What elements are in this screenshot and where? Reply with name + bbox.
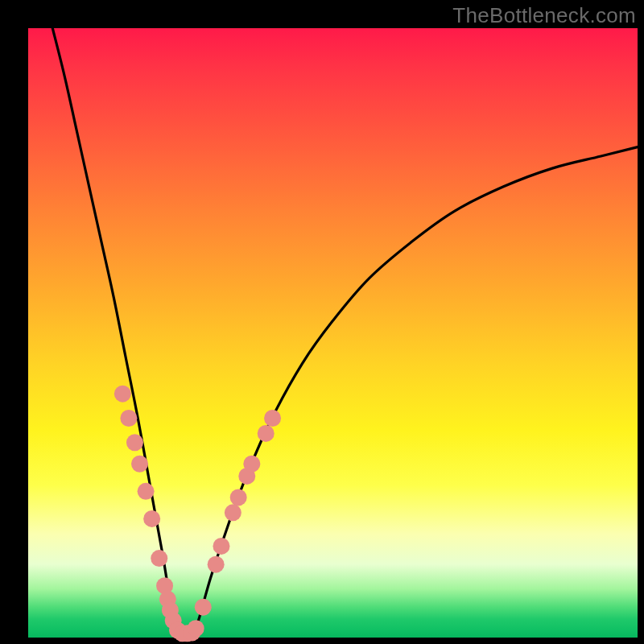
chart-frame: TheBottleneck.com <box>0 0 644 644</box>
dot-cluster-right <box>184 410 281 641</box>
chart-plot-area <box>28 28 638 638</box>
data-point <box>143 510 160 527</box>
dot-cluster-left <box>114 386 196 642</box>
data-point <box>151 550 167 567</box>
data-point <box>230 489 247 506</box>
data-point <box>114 386 131 402</box>
bottleneck-curve <box>52 28 638 637</box>
chart-svg <box>28 28 638 638</box>
data-point <box>126 434 143 451</box>
data-point <box>138 483 155 500</box>
data-point <box>195 599 212 616</box>
data-point <box>188 620 204 637</box>
data-point <box>208 556 225 573</box>
data-point <box>258 425 275 442</box>
data-point <box>264 410 281 427</box>
data-point <box>120 410 137 427</box>
data-point <box>243 456 260 473</box>
watermark-text: TheBottleneck.com <box>452 3 636 28</box>
data-point <box>131 456 148 473</box>
data-point <box>225 504 242 521</box>
data-point <box>213 538 229 555</box>
